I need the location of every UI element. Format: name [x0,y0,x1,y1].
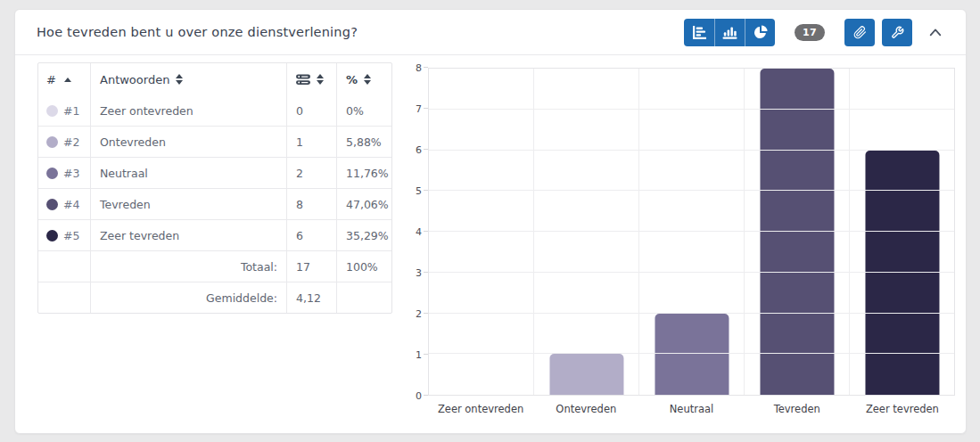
answer-percent: 11,76% [336,158,391,188]
answer-color-dot [46,136,58,148]
chart-type-button-group [684,19,775,46]
chart-columns [429,69,954,395]
col-rank-header[interactable]: # [38,63,90,94]
col-answers-header[interactable]: Antwoorden [90,63,286,94]
bar-tevreden [760,69,834,395]
page-background: { "card": { "title": "Hoe tevreden bent … [0,0,980,442]
card-header: Hoe tevreden bent u over onze dienstverl… [15,10,966,55]
x-axis-label: Zeer ontevreden [428,403,533,415]
gridline [429,231,954,232]
y-tick-label: 2 [416,309,422,319]
y-tick-label: 0 [416,391,422,401]
average-value: 4,12 [286,282,336,313]
attachment-button[interactable] [844,19,875,46]
sort-icon [364,74,371,85]
table-row: #1Zeer ontevreden00% [38,94,391,126]
gridline [429,272,954,273]
response-count-badge: 17 [795,24,825,41]
average-row: Gemiddelde: 4,12 [38,282,391,313]
answer-color-dot [46,199,58,210]
total-count: 17 [286,251,336,282]
answer-percent: 47,06% [336,189,391,219]
y-tick-label: 1 [416,350,422,360]
question-title: Hoe tevreden bent u over onze dienstverl… [37,25,358,39]
y-tick-label: 3 [416,268,422,278]
average-percent [336,282,391,313]
answer-percent: 0% [336,94,391,126]
horizontal-bar-chart-icon [692,26,706,39]
sort-ascending-icon [64,78,71,82]
chart-column [745,69,850,395]
toolbar: 17 [684,19,946,46]
chart-column [850,69,954,395]
chart-column [639,69,745,395]
answer-label: Zeer ontevreden [90,94,286,126]
answer-rank: #1 [63,104,79,118]
table-row: #5Zeer tevreden635,29% [38,219,391,250]
vertical-bar-chart-icon [722,26,737,39]
gridline [429,150,954,151]
vertical-bar-chart-button[interactable] [714,19,745,46]
y-axis: 012345678 [407,68,428,396]
answer-label: Zeer tevreden [90,220,286,250]
answer-color-dot [46,168,58,179]
bar-zeer-tevreden [865,151,939,396]
answer-rank: #5 [63,229,79,242]
total-label: Totaal: [90,251,286,282]
percent-header-label: % [346,73,358,86]
answer-count: 6 [286,220,336,250]
table-header-row: # Antwoorden % [38,63,391,94]
gridline [429,313,954,314]
pie-chart-icon [754,25,768,39]
y-tick-label: 6 [416,145,422,155]
answer-color-dot [46,105,58,117]
horizontal-bar-chart-button[interactable] [684,19,714,46]
table-row: #2Ontevreden15,88% [38,126,391,157]
gridline [429,109,954,110]
total-row: Totaal: 17 100% [38,250,391,282]
col-percent-header[interactable]: % [336,63,391,94]
answer-percent: 5,88% [336,127,391,157]
x-axis-labels: Zeer ontevredenOntevredenNeutraalTevrede… [428,403,955,415]
chart-column [534,69,639,395]
pie-chart-button[interactable] [745,19,775,46]
settings-button[interactable] [882,19,912,46]
answer-percent: 35,29% [336,220,391,250]
plot-row: 012345678 [407,68,955,396]
col-count-header[interactable] [286,63,336,94]
paperclip-icon [853,26,867,39]
gridline [429,190,954,191]
y-tick-label: 7 [416,104,422,114]
x-axis-label: Tevreden [745,403,850,415]
answer-count: 1 [286,127,336,157]
answers-table-body: #1Zeer ontevreden00%#2Ontevreden15,88%#3… [38,94,391,250]
answer-count: 8 [286,189,336,219]
answer-rank: #3 [63,167,79,180]
y-tick-label: 5 [416,186,422,196]
wrench-icon [891,26,904,39]
answer-count: 0 [286,94,336,126]
answer-label: Neutraal [90,158,286,188]
table-row: #3Neutraal211,76% [38,157,391,188]
chart-column [429,69,534,395]
bar-neutraal [655,314,729,396]
answer-color-dot [46,230,58,241]
table-row: #4Tevreden847,06% [38,188,391,219]
bar-ontevreden [549,354,623,395]
y-tick-label: 4 [416,227,422,237]
x-axis-label: Ontevreden [533,403,638,415]
results-bar-chart: 012345678 Zeer ontevredenOntevredenNeutr… [407,62,955,415]
y-tick-label: 8 [416,63,422,73]
responses-icon [296,74,310,86]
answer-label: Ontevreden [90,127,286,157]
average-label: Gemiddelde: [90,282,286,313]
x-axis-label: Neutraal [638,403,744,415]
chart-plot [428,68,955,396]
card-body: # Antwoorden % [15,55,966,415]
answers-table: # Antwoorden % [37,62,392,314]
question-results-card: Hoe tevreden bent u over onze dienstverl… [14,9,967,434]
rank-header-label: # [46,73,56,86]
answer-rank: #2 [63,135,79,149]
collapse-button[interactable] [925,25,946,39]
answer-rank: #4 [63,198,79,211]
